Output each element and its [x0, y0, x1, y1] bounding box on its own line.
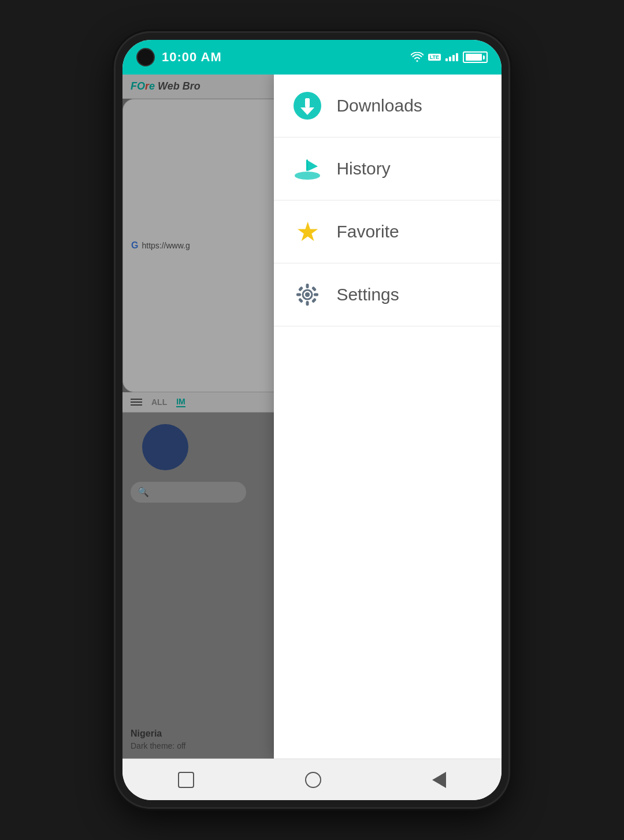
signal-bar-4	[456, 53, 458, 61]
history-icon	[292, 154, 322, 184]
menu-item-settings[interactable]: Settings	[274, 263, 502, 326]
svg-rect-12	[298, 286, 303, 291]
svg-point-7	[305, 292, 310, 297]
recent-apps-button[interactable]	[178, 772, 194, 788]
svg-rect-11	[314, 293, 318, 296]
svg-rect-14	[298, 298, 303, 303]
gear-icon	[292, 280, 322, 310]
battery-tip	[483, 55, 485, 60]
star-icon: ★	[292, 217, 322, 247]
history-label: History	[336, 159, 390, 179]
favorite-label: Favorite	[336, 222, 399, 241]
recent-apps-icon	[178, 772, 194, 788]
nav-bar	[122, 759, 502, 800]
status-bar-right: LTE	[411, 51, 488, 63]
status-bar-left: 10:00 AM	[136, 48, 222, 66]
svg-rect-10	[296, 293, 301, 296]
svg-rect-8	[306, 284, 309, 288]
signal-bar-2	[449, 57, 451, 61]
phone-frame: 10:00 AM LTE	[116, 33, 508, 807]
lte-badge: LTE	[428, 54, 441, 61]
wifi-icon	[411, 52, 424, 62]
signal-bars	[445, 53, 458, 61]
svg-rect-15	[311, 298, 317, 303]
svg-rect-13	[311, 286, 317, 291]
status-time: 10:00 AM	[162, 50, 222, 65]
svg-marker-5	[308, 161, 318, 171]
menu-item-history[interactable]: History	[274, 137, 502, 200]
camera-dot	[136, 48, 155, 66]
battery-fill	[466, 54, 482, 61]
back-button[interactable]	[432, 772, 446, 788]
settings-label: Settings	[336, 285, 399, 304]
battery-icon	[463, 51, 488, 63]
download-icon	[292, 91, 322, 121]
dim-overlay	[122, 75, 297, 759]
phone-screen: 10:00 AM LTE	[122, 40, 502, 800]
menu-item-favorite[interactable]: ★ Favorite	[274, 200, 502, 263]
home-icon	[305, 772, 321, 788]
downloads-label: Downloads	[336, 96, 422, 116]
svg-rect-1	[305, 98, 310, 107]
signal-bar-1	[445, 58, 448, 61]
signal-bar-3	[452, 55, 455, 61]
menu-spacer	[274, 326, 502, 759]
svg-rect-4	[306, 159, 308, 171]
dropdown-menu: Downloads History	[274, 75, 502, 759]
back-icon	[432, 772, 446, 788]
svg-point-3	[295, 172, 320, 180]
content-area: FOre Web Bro G https://www.g ALL IM	[122, 75, 502, 759]
menu-item-downloads[interactable]: Downloads	[274, 75, 502, 137]
home-button[interactable]	[305, 772, 321, 788]
status-bar: 10:00 AM LTE	[122, 40, 502, 75]
svg-rect-9	[306, 301, 309, 306]
